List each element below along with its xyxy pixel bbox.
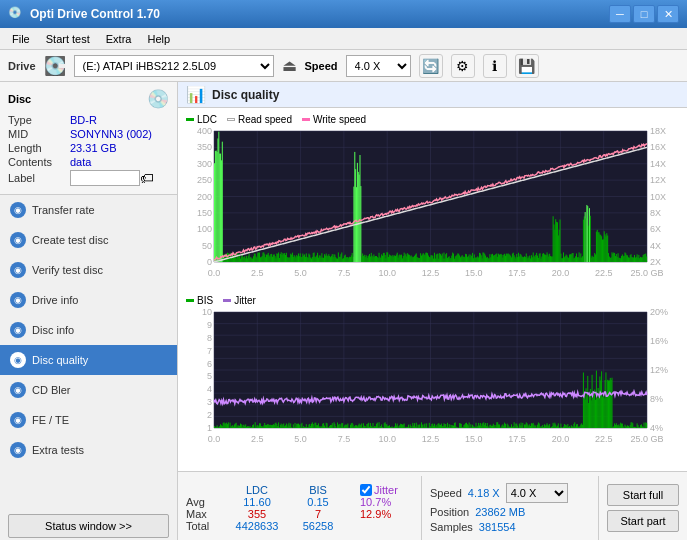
- verify-test-icon: ◉: [10, 262, 26, 278]
- disc-mid-value: SONYNN3 (002): [70, 128, 152, 140]
- sidebar-item-extra-tests[interactable]: ◉ Extra tests: [0, 435, 177, 465]
- read-speed-legend-label: Read speed: [238, 114, 292, 125]
- position-value: 23862 MB: [475, 506, 525, 518]
- nav-items: ◉ Transfer rate ◉ Create test disc ◉ Ver…: [0, 195, 177, 508]
- test-speed-selector[interactable]: 1.0 X2.0 X4.0 X6.0 X: [506, 483, 568, 503]
- max-ldc: 355: [222, 508, 292, 520]
- sidebar-label-disc-quality: Disc quality: [32, 354, 88, 366]
- fe-te-icon: ◉: [10, 412, 26, 428]
- speed-row: Speed 4.18 X 1.0 X2.0 X4.0 X6.0 X: [430, 483, 590, 503]
- stats-area: LDC BIS Jitter Avg 11.60 0.15 10.7%: [178, 471, 687, 540]
- speed-label: Speed: [305, 60, 338, 72]
- disc-label-box[interactable]: [70, 170, 140, 186]
- max-jitter: 12.9%: [360, 508, 420, 520]
- stats-ldc-header: LDC: [222, 484, 292, 496]
- ldc-legend-dot: [186, 118, 194, 121]
- main-layout: Disc 💿 Type BD-R MID SONYNN3 (002) Lengt…: [0, 82, 687, 540]
- position-row: Position 23862 MB: [430, 506, 590, 518]
- drive-selector[interactable]: (E:) ATAPI iHBS212 2.5L09: [74, 55, 274, 77]
- samples-label: Samples: [430, 521, 473, 533]
- sidebar-item-drive-info[interactable]: ◉ Drive info: [0, 285, 177, 315]
- sidebar-label-verify-test: Verify test disc: [32, 264, 103, 276]
- disc-quality-icon: ◉: [10, 352, 26, 368]
- right-stats: Speed 4.18 X 1.0 X2.0 X4.0 X6.0 X Positi…: [430, 483, 590, 533]
- chart2-canvas: [182, 308, 682, 448]
- maximize-button[interactable]: □: [633, 5, 655, 23]
- title-bar: 💿 Opti Drive Control 1.70 ─ □ ✕: [0, 0, 687, 28]
- sidebar-label-fe-te: FE / TE: [32, 414, 69, 426]
- sidebar-item-create-test[interactable]: ◉ Create test disc: [0, 225, 177, 255]
- chart2-wrapper: BIS Jitter: [182, 293, 683, 472]
- jitter-checkbox[interactable]: [360, 484, 372, 496]
- read-speed-legend-dot: [227, 118, 235, 121]
- disc-length-label: Length: [8, 142, 70, 154]
- sidebar-label-extra-tests: Extra tests: [32, 444, 84, 456]
- stats-divider: [421, 476, 422, 540]
- samples-row: Samples 381554: [430, 521, 590, 533]
- speed-selector[interactable]: 1.0 X 2.0 X 4.0 X 6.0 X 8.0 X: [346, 55, 411, 77]
- disc-type-label: Type: [8, 114, 70, 126]
- stats-max-row: Max 355 7 12.9%: [186, 508, 413, 520]
- dq-title: Disc quality: [212, 88, 279, 102]
- start-full-button[interactable]: Start full: [607, 484, 679, 506]
- eject-icon[interactable]: ⏏: [282, 56, 297, 75]
- menu-help[interactable]: Help: [139, 31, 178, 47]
- stats-avg-row: Avg 11.60 0.15 10.7%: [186, 496, 413, 508]
- menu-file[interactable]: File: [4, 31, 38, 47]
- sidebar-item-cd-bler[interactable]: ◉ CD Bler: [0, 375, 177, 405]
- sidebar-item-disc-quality[interactable]: ◉ Disc quality: [0, 345, 177, 375]
- avg-jitter: 10.7%: [360, 496, 420, 508]
- disc-panel: Disc 💿 Type BD-R MID SONYNN3 (002) Lengt…: [0, 82, 177, 195]
- sidebar-item-fe-te[interactable]: ◉ FE / TE: [0, 405, 177, 435]
- start-buttons: Start full Start part: [607, 484, 679, 532]
- stats-jitter-header: Jitter: [360, 484, 420, 496]
- info-button[interactable]: ℹ: [483, 54, 507, 78]
- drive-info-icon: ◉: [10, 292, 26, 308]
- jitter-label: Jitter: [374, 484, 398, 496]
- sidebar-item-transfer-rate[interactable]: ◉ Transfer rate: [0, 195, 177, 225]
- sidebar-label-disc-info: Disc info: [32, 324, 74, 336]
- chart1-canvas: [182, 127, 682, 282]
- save-button[interactable]: 💾: [515, 54, 539, 78]
- sidebar-label-transfer-rate: Transfer rate: [32, 204, 95, 216]
- menu-start-test[interactable]: Start test: [38, 31, 98, 47]
- total-ldc: 4428633: [222, 520, 292, 532]
- stats-total-row: Total 4428633 56258: [186, 520, 413, 532]
- total-bis: 56258: [292, 520, 344, 532]
- refresh-button[interactable]: 🔄: [419, 54, 443, 78]
- start-part-button[interactable]: Start part: [607, 510, 679, 532]
- chart1-legend: LDC Read speed Write speed: [182, 112, 683, 127]
- cd-bler-icon: ◉: [10, 382, 26, 398]
- avg-ldc: 11.60: [222, 496, 292, 508]
- status-window-button[interactable]: Status window >>: [8, 514, 169, 538]
- sidebar-label-create-test: Create test disc: [32, 234, 108, 246]
- disc-icon: 💿: [147, 88, 169, 110]
- close-button[interactable]: ✕: [657, 5, 679, 23]
- write-speed-legend-dot: [302, 118, 310, 121]
- chart2-legend: BIS Jitter: [182, 293, 683, 308]
- stats-divider2: [598, 476, 599, 540]
- speed-avg-val: 4.18 X: [468, 487, 500, 499]
- app-title: Opti Drive Control 1.70: [30, 7, 160, 21]
- menu-extra[interactable]: Extra: [98, 31, 140, 47]
- minimize-button[interactable]: ─: [609, 5, 631, 23]
- speed-row-label: Speed: [430, 487, 462, 499]
- label-icon[interactable]: 🏷: [140, 170, 154, 186]
- max-label: Max: [186, 508, 222, 520]
- position-label: Position: [430, 506, 469, 518]
- drive-bar: Drive 💽 (E:) ATAPI iHBS212 2.5L09 ⏏ Spee…: [0, 50, 687, 82]
- stats-header-row: LDC BIS Jitter: [186, 484, 413, 496]
- disc-section-title: Disc: [8, 93, 31, 105]
- settings-button[interactable]: ⚙: [451, 54, 475, 78]
- stats-empty: [186, 484, 222, 496]
- jitter-legend-label: Jitter: [234, 295, 256, 306]
- content-area: 📊 Disc quality LDC Read speed: [178, 82, 687, 540]
- charts-container: LDC Read speed Write speed: [178, 108, 687, 471]
- drive-icon: 💽: [44, 55, 66, 77]
- sidebar-item-verify-test[interactable]: ◉ Verify test disc: [0, 255, 177, 285]
- sidebar-item-disc-info[interactable]: ◉ Disc info: [0, 315, 177, 345]
- stats-bis-header: BIS: [292, 484, 344, 496]
- menu-bar: File Start test Extra Help: [0, 28, 687, 50]
- total-label: Total: [186, 520, 222, 532]
- write-speed-legend-label: Write speed: [313, 114, 366, 125]
